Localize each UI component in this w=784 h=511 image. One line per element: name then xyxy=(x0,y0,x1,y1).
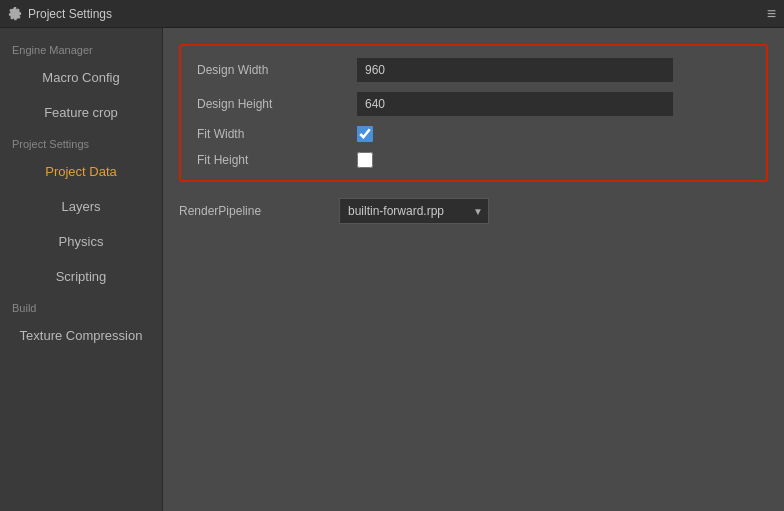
render-pipeline-label: RenderPipeline xyxy=(179,204,339,218)
settings-panel: Design Width Design Height Fit Width Fit… xyxy=(179,44,768,182)
sidebar-item-feature-crop[interactable]: Feature crop xyxy=(0,95,162,130)
render-pipeline-select-wrapper: builtin-forward.rpp builtin-deferred.rpp… xyxy=(339,198,489,224)
sidebar-section-engine-manager: Engine Manager xyxy=(0,36,162,60)
sidebar-item-layers[interactable]: Layers xyxy=(0,189,162,224)
sidebar-item-project-data[interactable]: Project Data xyxy=(0,154,162,189)
fit-height-label: Fit Height xyxy=(197,153,357,167)
fit-width-label: Fit Width xyxy=(197,127,357,141)
title-bar: Project Settings ≡ xyxy=(0,0,784,28)
sidebar-item-texture-compression[interactable]: Texture Compression xyxy=(0,318,162,353)
main-layout: Engine Manager Macro Config Feature crop… xyxy=(0,28,784,511)
menu-icon[interactable]: ≡ xyxy=(767,6,776,22)
title-text: Project Settings xyxy=(28,7,112,21)
render-pipeline-row: RenderPipeline builtin-forward.rpp built… xyxy=(179,198,768,224)
sidebar-section-build: Build xyxy=(0,294,162,318)
render-pipeline-select[interactable]: builtin-forward.rpp builtin-deferred.rpp xyxy=(339,198,489,224)
design-height-row: Design Height xyxy=(197,92,750,116)
gear-icon xyxy=(8,7,22,21)
design-height-label: Design Height xyxy=(197,97,357,111)
content-area: Design Width Design Height Fit Width Fit… xyxy=(163,28,784,511)
fit-width-checkbox[interactable] xyxy=(357,126,373,142)
design-width-row: Design Width xyxy=(197,58,750,82)
design-width-label: Design Width xyxy=(197,63,357,77)
fit-height-row: Fit Height xyxy=(197,152,750,168)
title-bar-left: Project Settings xyxy=(8,7,112,21)
sidebar-item-physics[interactable]: Physics xyxy=(0,224,162,259)
sidebar-item-macro-config[interactable]: Macro Config xyxy=(0,60,162,95)
design-width-input[interactable] xyxy=(357,58,673,82)
sidebar-item-scripting[interactable]: Scripting xyxy=(0,259,162,294)
fit-height-checkbox[interactable] xyxy=(357,152,373,168)
design-height-input[interactable] xyxy=(357,92,673,116)
sidebar-section-project-settings: Project Settings xyxy=(0,130,162,154)
fit-width-row: Fit Width xyxy=(197,126,750,142)
sidebar: Engine Manager Macro Config Feature crop… xyxy=(0,28,163,511)
